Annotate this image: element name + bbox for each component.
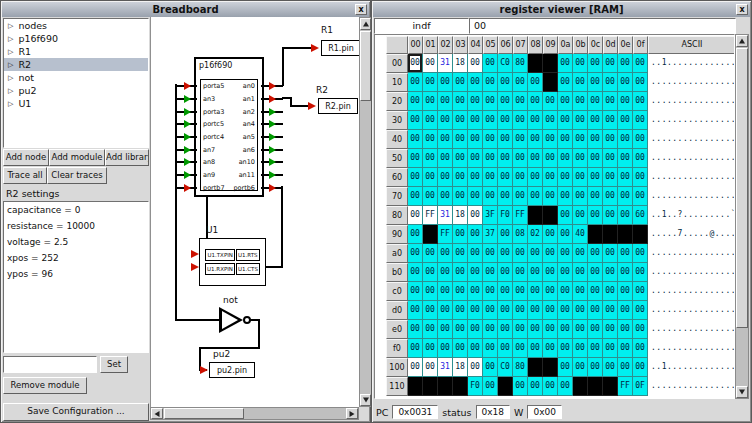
register-cell[interactable]: 00 bbox=[618, 358, 633, 377]
register-cell[interactable]: 00 bbox=[633, 282, 648, 301]
register-cell[interactable]: 00 bbox=[498, 339, 513, 358]
register-cell[interactable]: 00 bbox=[588, 320, 603, 339]
register-cell[interactable]: 00 bbox=[603, 168, 618, 187]
pin-label[interactable]: an6 bbox=[243, 146, 255, 154]
register-cell[interactable] bbox=[543, 73, 558, 92]
register-cell[interactable]: 31 bbox=[438, 358, 453, 377]
register-cell[interactable]: 00 bbox=[633, 301, 648, 320]
register-cell[interactable]: 00 bbox=[468, 92, 483, 111]
register-cell[interactable]: 00 bbox=[498, 168, 513, 187]
row-header[interactable]: 30 bbox=[386, 111, 408, 130]
register-cell[interactable]: 00 bbox=[498, 320, 513, 339]
register-cell[interactable]: 00 bbox=[513, 377, 528, 396]
register-cell[interactable]: 00 bbox=[408, 339, 423, 358]
register-cell[interactable]: 00 bbox=[408, 149, 423, 168]
register-cell[interactable]: 00 bbox=[588, 339, 603, 358]
add-library-button[interactable]: Add library bbox=[105, 149, 149, 166]
register-cell[interactable]: 00 bbox=[558, 377, 573, 396]
attribute-line[interactable]: capacitance = 0 bbox=[4, 202, 148, 218]
register-cell[interactable] bbox=[618, 225, 633, 244]
register-cell[interactable]: 18 bbox=[453, 206, 468, 225]
tree-item-R1[interactable]: ▷R1 bbox=[4, 45, 148, 58]
register-cell[interactable]: 00 bbox=[408, 244, 423, 263]
register-cell[interactable]: 00 bbox=[588, 149, 603, 168]
register-cell[interactable]: 00 bbox=[528, 377, 543, 396]
register-cell[interactable]: 00 bbox=[483, 111, 498, 130]
register-cell[interactable]: 00 bbox=[633, 149, 648, 168]
row-header[interactable]: 80 bbox=[386, 206, 408, 225]
register-cell[interactable]: 00 bbox=[603, 282, 618, 301]
register-cell[interactable]: 00 bbox=[543, 320, 558, 339]
register-cell[interactable]: 00 bbox=[453, 263, 468, 282]
register-cell[interactable]: 00 bbox=[423, 301, 438, 320]
register-cell[interactable]: 00 bbox=[603, 149, 618, 168]
register-cell[interactable]: 00 bbox=[498, 187, 513, 206]
trace-all-button[interactable]: Trace all bbox=[3, 167, 47, 184]
add-node-button[interactable]: Add node bbox=[3, 149, 49, 166]
module-pin-r1[interactable]: R1.pin bbox=[321, 40, 359, 56]
register-cell[interactable]: 00 bbox=[438, 149, 453, 168]
register-cell[interactable]: 3F bbox=[483, 206, 498, 225]
module-pin-r2[interactable]: R2.pin bbox=[318, 98, 358, 114]
register-cell[interactable]: 00 bbox=[423, 263, 438, 282]
register-cell[interactable] bbox=[528, 358, 543, 377]
register-cell[interactable]: 00 bbox=[603, 92, 618, 111]
register-cell[interactable]: 00 bbox=[588, 282, 603, 301]
register-cell[interactable]: 00 bbox=[588, 301, 603, 320]
column-header[interactable]: 08 bbox=[528, 36, 543, 54]
register-cell[interactable]: 00 bbox=[513, 73, 528, 92]
register-cell[interactable]: 00 bbox=[453, 244, 468, 263]
register-cell[interactable]: 00 bbox=[423, 358, 438, 377]
register-cell[interactable]: 60 bbox=[633, 206, 648, 225]
register-cell[interactable]: 00 bbox=[408, 168, 423, 187]
tree-item-not[interactable]: ▷not bbox=[4, 71, 148, 84]
scroll-up-button[interactable] bbox=[360, 18, 371, 30]
row-header[interactable]: 60 bbox=[386, 168, 408, 187]
register-cell[interactable]: 00 bbox=[558, 54, 573, 73]
register-cell[interactable]: 00 bbox=[408, 320, 423, 339]
register-cell[interactable]: 00 bbox=[453, 111, 468, 130]
register-cell[interactable]: 00 bbox=[603, 130, 618, 149]
register-cell[interactable]: 00 bbox=[423, 168, 438, 187]
register-cell[interactable]: 00 bbox=[558, 73, 573, 92]
register-cell[interactable]: 00 bbox=[513, 244, 528, 263]
register-cell[interactable]: 00 bbox=[618, 73, 633, 92]
register-cell[interactable]: 00 bbox=[603, 339, 618, 358]
register-cell[interactable]: 00 bbox=[498, 244, 513, 263]
register-cell[interactable]: 00 bbox=[438, 301, 453, 320]
row-header[interactable]: f0 bbox=[386, 339, 408, 358]
register-cell[interactable]: 00 bbox=[573, 263, 588, 282]
register-cell[interactable]: 00 bbox=[573, 73, 588, 92]
register-cell[interactable]: 00 bbox=[633, 111, 648, 130]
register-cell[interactable]: 00 bbox=[408, 301, 423, 320]
register-cell[interactable]: 00 bbox=[528, 73, 543, 92]
pin-row-an7[interactable]: an7an6 bbox=[201, 143, 257, 156]
row-header[interactable]: 20 bbox=[386, 92, 408, 111]
row-header[interactable]: 50 bbox=[386, 149, 408, 168]
u1-rts[interactable]: U1.RTS bbox=[236, 249, 260, 261]
register-cell[interactable]: 00 bbox=[468, 358, 483, 377]
register-cell[interactable]: 00 bbox=[573, 282, 588, 301]
column-header[interactable]: 05 bbox=[483, 36, 498, 54]
register-cell[interactable]: 00 bbox=[453, 73, 468, 92]
register-cell[interactable]: 00 bbox=[468, 339, 483, 358]
register-cell[interactable]: 00 bbox=[528, 111, 543, 130]
horizontal-scrollbar[interactable] bbox=[150, 407, 359, 420]
register-cell[interactable]: 00 bbox=[618, 168, 633, 187]
register-cell[interactable]: 00 bbox=[588, 206, 603, 225]
register-cell[interactable]: FF bbox=[513, 206, 528, 225]
register-cell[interactable]: 00 bbox=[498, 282, 513, 301]
tree-item-nodes[interactable]: ▷nodes bbox=[4, 19, 148, 32]
register-cell[interactable]: 00 bbox=[603, 263, 618, 282]
register-cell[interactable] bbox=[438, 377, 453, 396]
register-cell[interactable]: 00 bbox=[543, 187, 558, 206]
register-cell[interactable]: 00 bbox=[483, 377, 498, 396]
register-cell[interactable]: 00 bbox=[408, 225, 423, 244]
register-cell[interactable]: 18 bbox=[453, 54, 468, 73]
register-cell[interactable]: 00 bbox=[498, 130, 513, 149]
column-header[interactable]: 0f bbox=[633, 36, 648, 54]
register-cell[interactable]: 00 bbox=[543, 339, 558, 358]
pin-label[interactable]: porta3 bbox=[203, 108, 224, 116]
register-cell[interactable]: 00 bbox=[633, 92, 648, 111]
row-header[interactable]: 70 bbox=[386, 187, 408, 206]
